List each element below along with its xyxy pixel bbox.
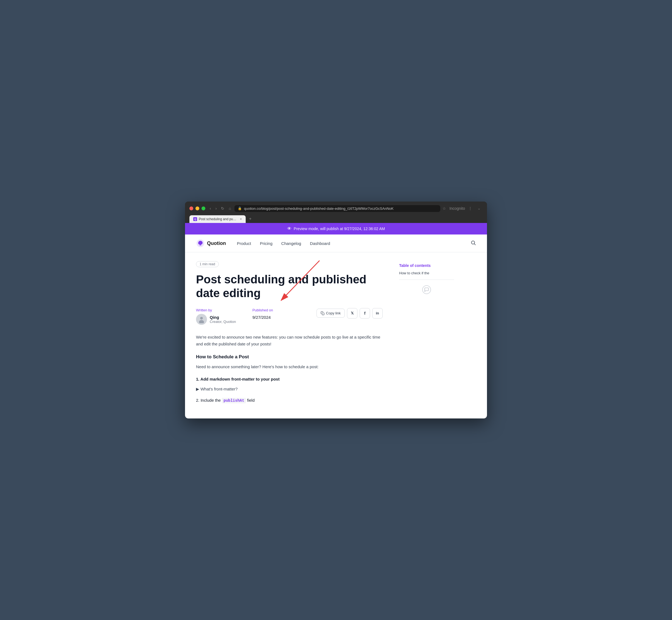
author-name: Qing (210, 315, 236, 320)
share-facebook-button[interactable]: f (359, 308, 370, 318)
svg-point-6 (200, 317, 203, 320)
comment-icon-container (399, 285, 454, 294)
published-date: 9/27/2024 (252, 314, 273, 320)
author-details: Qing Creator, Quotion (210, 315, 236, 324)
tab-favicon: Q (193, 217, 197, 221)
share-x-button[interactable]: 𝕏 (347, 308, 357, 318)
step2-pre: 2. Include the (196, 398, 222, 403)
read-time-badge: 1 min read (196, 261, 219, 267)
bookmark-icon[interactable]: ☆ (443, 206, 446, 211)
author-role: Creator, Quotion (210, 320, 236, 324)
page-content: 👁 Preview mode, will publish at 9/27/202… (185, 223, 487, 418)
address-bar-container[interactable]: 🔒 (234, 205, 440, 212)
toc-title: Table of contents (399, 263, 454, 268)
search-icon[interactable] (470, 240, 476, 247)
preview-eye-icon: 👁 (287, 226, 291, 231)
browser-nav: ‹ › ↻ ⌂ 🔒 ☆ Incognito ⋮ (209, 205, 472, 212)
author-block: Written by Qing (196, 308, 236, 325)
svg-point-1 (471, 241, 474, 244)
copy-icon (321, 311, 325, 315)
x-icon: 𝕏 (351, 311, 353, 315)
nav-product[interactable]: Product (237, 241, 251, 246)
minimize-window-button[interactable] (195, 206, 199, 210)
article-title: Post scheduling and published date editi… (196, 273, 383, 300)
article-intro: We're excited to announce two new featur… (196, 333, 383, 348)
meta-row: Written by Qing (196, 308, 383, 325)
author-avatar (196, 314, 207, 325)
step2-code: publishAt (222, 398, 246, 403)
home-button[interactable]: ⌂ (228, 206, 232, 211)
toc-divider (399, 279, 454, 280)
collapsible-frontmatter[interactable]: ▶ What's front-matter? (196, 385, 383, 393)
active-tab[interactable]: Q Post scheduling and publishe... × (189, 215, 246, 223)
nav-pricing[interactable]: Pricing (260, 241, 273, 246)
browser-tabs: Q Post scheduling and publishe... × + (189, 215, 483, 223)
step2-text: 2. Include the publishAt field (196, 397, 383, 404)
tab-title: Post scheduling and publishe... (199, 217, 237, 221)
incognito-label: Incognito (449, 206, 465, 211)
preview-banner: 👁 Preview mode, will publish at 9/27/202… (185, 223, 487, 235)
logo-text: Quotion (207, 241, 226, 246)
quotion-logo-icon (196, 239, 205, 248)
new-tab-button[interactable]: + (247, 215, 254, 223)
section1-desc: Need to announce something later? Here's… (196, 363, 383, 370)
written-by-label: Written by (196, 308, 236, 312)
site-logo[interactable]: Quotion (196, 239, 226, 248)
published-block: Published on 9/27/2024 (252, 308, 273, 320)
step1-label: 1. Add markdown front-matter to your pos… (196, 376, 383, 383)
refresh-button[interactable]: ↻ (220, 206, 225, 211)
address-bar-actions: ☆ Incognito ⋮ (443, 206, 472, 211)
facebook-icon: f (364, 311, 366, 315)
section1-title: How to Schedule a Post (196, 353, 383, 361)
published-on-label: Published on (252, 308, 273, 312)
maximize-window-button[interactable] (202, 206, 205, 210)
share-buttons: Copy link 𝕏 f in (317, 308, 383, 318)
author-published-row: Written by Qing (196, 308, 317, 325)
preview-text: Preview mode, will publish at 9/27/2024,… (294, 226, 385, 231)
toc-item-0[interactable]: How to check if the (399, 271, 454, 275)
svg-rect-8 (322, 313, 324, 315)
article-body: We're excited to announce two new featur… (196, 333, 383, 404)
comment-icon[interactable] (422, 285, 431, 294)
browser-chrome: ‹ › ↻ ⌂ 🔒 ☆ Incognito ⋮ ⌄ Q Post (185, 202, 487, 223)
copy-link-button[interactable]: Copy link (317, 309, 345, 318)
step2-post: field (246, 398, 255, 403)
browser-top-bar: ‹ › ↻ ⌂ 🔒 ☆ Incognito ⋮ ⌄ (189, 205, 483, 212)
traffic-lights (189, 206, 205, 210)
nav-changelog[interactable]: Changelog (281, 241, 301, 246)
forward-button[interactable]: › (214, 206, 218, 211)
site-nav: Quotion Product Pricing Changelog Dashbo… (185, 235, 487, 252)
more-options-button[interactable]: ⋮ (468, 206, 472, 211)
nav-links: Product Pricing Changelog Dashboard (237, 241, 470, 246)
main-content: 1 min read Post scheduling and published… (185, 252, 487, 418)
tab-dropdown-button[interactable]: ⌄ (475, 205, 483, 212)
author-info: Qing Creator, Quotion (196, 314, 236, 325)
sidebar: Table of contents How to check if the (399, 261, 454, 410)
copy-link-label: Copy link (326, 311, 341, 315)
address-bar[interactable] (244, 206, 437, 211)
tab-close-button[interactable]: × (240, 217, 242, 221)
svg-line-2 (474, 244, 476, 245)
share-row: Copy link 𝕏 f in (317, 308, 383, 318)
lock-icon: 🔒 (238, 206, 242, 210)
linkedin-icon: in (376, 311, 379, 315)
close-window-button[interactable] (189, 206, 193, 210)
back-button[interactable]: ‹ (209, 206, 212, 211)
nav-dashboard[interactable]: Dashboard (310, 241, 330, 246)
share-linkedin-button[interactable]: in (372, 308, 383, 318)
article-area: 1 min read Post scheduling and published… (196, 261, 383, 410)
browser-window: ‹ › ↻ ⌂ 🔒 ☆ Incognito ⋮ ⌄ Q Post (185, 202, 487, 418)
